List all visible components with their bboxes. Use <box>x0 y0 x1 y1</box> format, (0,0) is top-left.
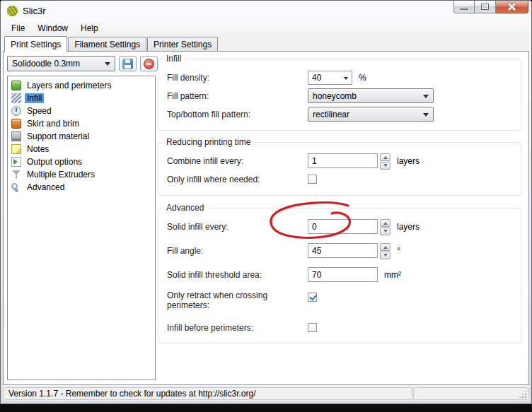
minimize-button[interactable] <box>453 1 475 13</box>
sidebar-item-notes[interactable]: Notes <box>9 143 154 155</box>
spin-down-button[interactable] <box>380 162 391 170</box>
solid-infill-every-input[interactable] <box>308 219 378 234</box>
output-icon <box>11 157 21 167</box>
sidebar-item-infill[interactable]: Infill <box>9 92 154 105</box>
print-settings-panel: Solidoodle 0.3mm Layers and perimeters <box>3 51 529 385</box>
group-infill: Infill Fill density: 40 % Fill pattern: … <box>158 59 521 131</box>
sidebar-item-skirt-and-brim[interactable]: Skirt and brim <box>9 117 154 130</box>
combine-infill-input[interactable] <box>308 153 378 168</box>
only-infill-where-needed-checkbox[interactable] <box>308 175 317 184</box>
sidebar-item-support-material[interactable]: Support material <box>9 130 154 143</box>
speed-icon <box>11 106 21 116</box>
sidebar-item-speed[interactable]: Speed <box>9 105 154 117</box>
remove-icon <box>144 59 154 69</box>
sidebar-item-label: Layers and perimeters <box>25 81 113 90</box>
arrow-up-icon <box>383 220 388 225</box>
chevron-down-icon <box>105 62 110 69</box>
sidebar-item-label: Multiple Extruders <box>25 170 97 179</box>
menu-file[interactable]: File <box>5 22 31 35</box>
status-secondary-pane <box>413 387 528 400</box>
sidebar-item-label: Infill <box>25 93 44 103</box>
field-label: Infill before perimeters: <box>167 323 308 333</box>
arrow-down-icon <box>383 230 388 235</box>
close-button[interactable] <box>496 1 528 13</box>
group-title: Infill <box>163 54 185 64</box>
tab-strip: Print Settings Filament Settings Printer… <box>3 35 529 51</box>
top-bottom-fill-pattern-dropdown[interactable]: rectilinear <box>308 107 434 122</box>
unit-label: layers <box>397 222 420 232</box>
fill-angle-input[interactable] <box>308 243 378 258</box>
preset-value: Solidoodle 0.3mm <box>12 59 80 69</box>
tab-print-settings[interactable]: Print Settings <box>4 36 67 52</box>
sidebar-item-label: Output options <box>25 157 84 167</box>
save-preset-button[interactable] <box>119 56 137 71</box>
settings-category-list: Layers and perimeters Infill Speed Skirt… <box>7 76 156 380</box>
only-retract-checkbox[interactable] <box>308 293 317 302</box>
title-bar[interactable]: Slic3r <box>1 1 531 20</box>
settings-column: Infill Fill density: 40 % Fill pattern: … <box>158 52 521 343</box>
sidebar-item-output-options[interactable]: Output options <box>9 155 154 168</box>
spin-down-button[interactable] <box>380 252 391 259</box>
status-message-pane: Version 1.1.7 - Remember to check for up… <box>4 387 412 400</box>
infill-before-perimeters-checkbox[interactable] <box>308 323 317 332</box>
field-label: Top/bottom fill pattern: <box>167 110 308 119</box>
spin-up-button[interactable] <box>380 153 391 161</box>
tab-printer-settings[interactable]: Printer Settings <box>147 37 218 51</box>
tab-filament-settings[interactable]: Filament Settings <box>68 37 146 51</box>
status-bar: Version 1.1.7 - Remember to check for up… <box>3 387 529 401</box>
field-label: Only retract when crossing perimeters: <box>167 290 308 310</box>
spin-up-button[interactable] <box>380 219 391 227</box>
arrow-down-icon <box>383 254 388 259</box>
fill-pattern-value: honeycomb <box>313 91 357 101</box>
close-icon <box>507 2 516 11</box>
fill-pattern-dropdown[interactable]: honeycomb <box>308 88 434 103</box>
wrench-icon <box>11 182 21 192</box>
floppy-disk-icon <box>122 59 133 69</box>
chevron-down-icon <box>423 113 429 119</box>
unit-label: % <box>359 73 366 83</box>
chevron-down-icon <box>423 95 429 101</box>
infill-hatch-icon <box>11 93 21 103</box>
menu-window[interactable]: Window <box>31 22 74 35</box>
sidebar-item-label: Skirt and brim <box>25 119 81 129</box>
unit-label: layers <box>397 156 420 166</box>
field-label: Fill angle: <box>167 246 308 256</box>
group-title: Advanced <box>163 203 207 213</box>
support-icon <box>11 131 21 141</box>
sidebar-item-layers-and-perimeters[interactable]: Layers and perimeters <box>9 79 154 92</box>
app-window: Slic3r File Window Help Print Settings F… <box>0 0 532 404</box>
extruders-icon <box>11 170 21 179</box>
fill-density-value: 40 <box>312 73 321 83</box>
preset-select[interactable]: Solidoodle 0.3mm <box>7 56 115 71</box>
sidebar-item-label: Advanced <box>25 182 66 192</box>
sidebar-item-multiple-extruders[interactable]: Multiple Extruders <box>9 168 154 181</box>
sidebar-item-advanced[interactable]: Advanced <box>9 181 154 194</box>
solid-infill-threshold-input[interactable] <box>308 267 378 282</box>
fill-density-combobox[interactable]: 40 <box>308 71 352 85</box>
top-bottom-fill-pattern-value: rectilinear <box>313 110 349 119</box>
window-title: Slic3r <box>23 6 46 16</box>
spin-up-button[interactable] <box>380 243 391 251</box>
status-text: Version 1.1.7 - Remember to check for up… <box>8 389 256 399</box>
chevron-down-icon <box>344 77 348 82</box>
group-reducing-printing-time: Reducing printing time Combine infill ev… <box>158 142 521 196</box>
group-title: Reducing printing time <box>163 137 254 147</box>
combine-infill-spinner <box>380 153 391 169</box>
arrow-up-icon <box>383 244 388 249</box>
maximize-button[interactable] <box>475 1 496 13</box>
delete-preset-button[interactable] <box>140 56 158 71</box>
field-label: Combine infill every: <box>167 156 308 166</box>
notes-icon <box>11 144 21 154</box>
unit-label: ° <box>397 246 400 256</box>
solid-infill-every-spinner <box>380 219 391 235</box>
field-label: Only infill where needed: <box>167 175 308 184</box>
menu-bar: File Window Help <box>3 20 529 35</box>
arrow-down-icon <box>383 164 388 169</box>
resize-grip[interactable] <box>525 396 526 398</box>
window-controls <box>453 1 528 13</box>
spin-down-button[interactable] <box>380 228 391 235</box>
slic3r-logo-icon <box>7 6 18 16</box>
client-area: File Window Help Print Settings Filament… <box>3 20 529 401</box>
menu-help[interactable]: Help <box>74 22 105 35</box>
field-label: Solid infill every: <box>167 222 308 232</box>
